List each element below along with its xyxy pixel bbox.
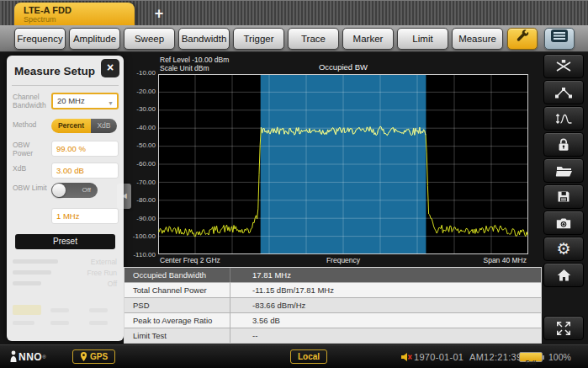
save-button[interactable] xyxy=(543,184,584,209)
home-icon xyxy=(556,268,572,282)
logo-person-icon xyxy=(8,350,19,363)
row-label: PSD xyxy=(124,298,230,312)
y-tick: -70.00 xyxy=(136,179,156,186)
fullscreen-button[interactable] xyxy=(543,316,584,340)
ghost-bar xyxy=(89,308,108,312)
inno-logo: NNO® xyxy=(8,350,46,363)
local-label: Local xyxy=(298,352,320,361)
preset-button[interactable]: Preset xyxy=(15,234,115,249)
row-label: Peak to Average Ratio xyxy=(124,313,230,328)
panel-title: Measure Setup xyxy=(14,65,95,77)
channel-bandwidth-dropdown[interactable]: 20 MHz ▼ xyxy=(51,93,119,109)
ghost-setting-row: External xyxy=(13,258,117,267)
local-badge[interactable]: Local xyxy=(290,349,327,364)
hamburger-menu-icon xyxy=(550,29,569,50)
ghost-bar xyxy=(89,321,108,325)
fullscreen-icon xyxy=(555,320,572,337)
row-value: 3.56 dB xyxy=(230,313,541,328)
right-sidebar: ⚙ xyxy=(543,54,584,289)
ghost-label-bar xyxy=(13,270,51,275)
method-option-percent[interactable]: Percent xyxy=(51,119,91,133)
ghost-bar xyxy=(50,321,69,325)
lock-button[interactable] xyxy=(543,132,584,157)
open-folder-icon xyxy=(555,164,573,178)
home-button[interactable] xyxy=(543,263,584,287)
ghost-value: Free Run xyxy=(87,269,117,277)
amplitude-button[interactable]: Amplitude xyxy=(69,28,120,50)
method-toggle[interactable]: Percent XdB xyxy=(51,119,117,133)
bandwidth-button-side[interactable] xyxy=(543,106,584,131)
table-row[interactable]: Total Channel Power -11.15 dBm/17.81 MHz xyxy=(124,283,541,298)
close-icon[interactable]: × xyxy=(101,59,119,77)
frequency-axis-label: Frequency xyxy=(158,256,528,264)
toggle-knob xyxy=(52,184,66,197)
camera-icon xyxy=(555,216,572,230)
battery-icon: Full xyxy=(519,352,543,362)
gear-icon: ⚙ xyxy=(556,241,570,257)
table-row[interactable]: PSD -83.66 dBm/Hz xyxy=(124,298,541,313)
y-tick: -110.00 xyxy=(133,252,156,259)
status-bar: NNO® GPS Local 1970-01-01 AM12:21:39 Ful… xyxy=(0,344,588,368)
lock-icon xyxy=(555,136,572,152)
battery-percent: 100% xyxy=(548,352,571,362)
mute-icon[interactable] xyxy=(400,351,413,366)
ghost-value: External xyxy=(91,258,117,266)
datetime: 1970-01-01 AM12:21:39 xyxy=(414,352,522,362)
menu-button[interactable] xyxy=(544,28,575,50)
new-tab-button[interactable]: + xyxy=(148,3,170,24)
marker-button[interactable]: Marker xyxy=(342,28,394,50)
auto-tune-button[interactable] xyxy=(543,54,584,78)
table-row[interactable]: Limit Test -- xyxy=(124,328,541,343)
y-tick: -80.00 xyxy=(136,197,156,204)
y-tick: -20.00 xyxy=(136,88,156,95)
ghost-bar xyxy=(13,321,34,325)
trigger-button[interactable]: Trigger xyxy=(233,28,284,50)
time-label: AM12:21:39 xyxy=(469,352,522,362)
obw-limit-toggle[interactable]: Off xyxy=(51,183,98,198)
y-tick: -30.00 xyxy=(136,106,156,113)
obw-power-label: OBW Power xyxy=(13,141,51,157)
chart-title: Occupied BW xyxy=(158,62,528,72)
row-value: -11.15 dBm/17.81 MHz xyxy=(230,283,541,297)
peak-search-icon xyxy=(554,86,573,99)
registered-mark: ® xyxy=(42,355,45,360)
table-row[interactable]: Occupied Bandwidth 17.81 MHz xyxy=(124,268,541,283)
row-label: Total Channel Power xyxy=(124,283,230,297)
bandwidth-button[interactable]: Bandwidth xyxy=(178,28,230,50)
x-axis-labels: Center Freq 2 GHz Frequency Span 40 MHz xyxy=(158,256,528,266)
span-label: Span 40 MHz xyxy=(484,256,527,264)
tab-lte-a-fdd[interactable]: LTE-A FDD Spectrum xyxy=(14,3,135,26)
method-label: Method xyxy=(13,121,51,130)
limit-value-field[interactable]: 1 MHz xyxy=(51,208,119,224)
table-row[interactable]: Peak to Average Ratio 3.56 dB xyxy=(124,313,541,328)
battery-nub xyxy=(543,355,544,360)
row-value: 17.81 MHz xyxy=(230,268,541,282)
auto-tune-icon xyxy=(554,59,573,73)
limit-button[interactable]: Limit xyxy=(397,28,448,50)
utility-wrench-button[interactable] xyxy=(507,28,538,50)
y-axis-ticks: -10.00 -20.00 -30.00 -40.00 -50.00 -60.0… xyxy=(123,70,156,259)
measure-button[interactable]: Measure xyxy=(452,28,503,50)
date-label: 1970-01-01 xyxy=(414,352,464,362)
save-floppy-icon xyxy=(556,189,571,204)
method-option-xdb[interactable]: XdB xyxy=(91,119,117,133)
row-value: -83.66 dBm/Hz xyxy=(230,298,541,312)
battery-label: Full xyxy=(526,360,536,365)
settings-button[interactable]: ⚙ xyxy=(543,237,584,261)
y-tick: -10.00 xyxy=(136,70,156,77)
xdb-field[interactable]: 3.00 dB xyxy=(51,163,119,179)
frequency-button[interactable]: Frequency xyxy=(14,28,66,50)
sweep-button[interactable]: Sweep xyxy=(124,28,175,50)
peak-search-button[interactable] xyxy=(543,80,584,104)
screenshot-button[interactable] xyxy=(543,211,584,235)
results-table: Occupied Bandwidth 17.81 MHz Total Chann… xyxy=(124,267,542,344)
gps-badge[interactable]: GPS xyxy=(72,349,115,364)
y-tick: -50.00 xyxy=(136,142,156,149)
trace-button[interactable]: Trace xyxy=(288,28,339,50)
open-file-button[interactable] xyxy=(543,158,584,183)
obw-power-field[interactable]: 99.00 % xyxy=(51,141,119,157)
panel-divider xyxy=(12,85,119,86)
spectrum-plot[interactable] xyxy=(158,74,528,254)
gps-label: GPS xyxy=(90,352,108,361)
y-tick: -60.00 xyxy=(136,161,156,168)
